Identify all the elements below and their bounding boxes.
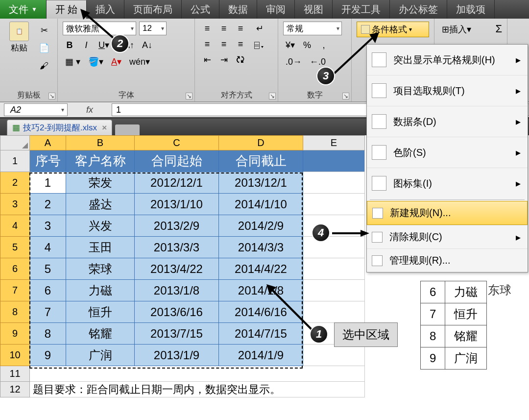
- row-header-2[interactable]: 2: [0, 172, 30, 194]
- shrink-font-icon[interactable]: A↓: [140, 38, 155, 52]
- cell-A7[interactable]: 6: [30, 280, 66, 301]
- cf-highlight-rules[interactable]: 突出显示单元格规则(H) ▸: [367, 45, 528, 75]
- cf-clear-rules[interactable]: 清除规则(C) ▸: [367, 225, 528, 248]
- cell-E3[interactable]: [303, 194, 365, 215]
- cell-C2[interactable]: 2012/12/1: [135, 172, 219, 194]
- cell-B3[interactable]: 盛达: [66, 194, 135, 215]
- cell-C4[interactable]: 2013/2/9: [135, 215, 219, 237]
- fill-color-icon[interactable]: 🪣▾: [86, 55, 106, 69]
- cell-C10[interactable]: 2013/1/9: [135, 345, 219, 366]
- cell-D4[interactable]: 2014/2/9: [219, 215, 303, 237]
- bold-icon[interactable]: B: [63, 38, 76, 52]
- cell-B10[interactable]: 广润: [66, 345, 135, 366]
- font-size-combo[interactable]: 12: [139, 22, 167, 35]
- row-header-11[interactable]: 11: [0, 366, 30, 382]
- cut-icon[interactable]: ✂: [36, 24, 52, 37]
- number-launcher-icon[interactable]: ↘: [342, 93, 349, 99]
- cell-D1[interactable]: 合同截止: [219, 150, 303, 172]
- tab-layout[interactable]: 页面布局: [124, 0, 182, 19]
- font-color-icon[interactable]: A▾: [109, 55, 124, 69]
- autosum-icon[interactable]: Σ: [495, 23, 502, 35]
- tab-data[interactable]: 数据: [219, 0, 257, 19]
- cell-E2[interactable]: [303, 172, 365, 194]
- cell-A12[interactable]: 题目要求：距合同截止日期一周内，数据突出显示。: [30, 382, 365, 397]
- align-top-right-icon[interactable]: ≡: [233, 22, 248, 35]
- align-mid-left-icon[interactable]: ≡: [200, 37, 215, 51]
- comma-icon[interactable]: ,: [317, 38, 331, 52]
- side-cell[interactable]: 6: [421, 281, 445, 303]
- align-mid-right-icon[interactable]: ≡: [233, 37, 248, 51]
- cf-databar[interactable]: 数据条(D) ▸: [367, 106, 528, 137]
- side-cell[interactable]: 铭耀: [445, 325, 487, 347]
- menu-file[interactable]: 文件 ▼: [0, 0, 47, 19]
- row-header-8[interactable]: 8: [0, 301, 30, 323]
- cell-A2[interactable]: 1: [30, 172, 66, 194]
- cell-C9[interactable]: 2013/7/15: [135, 323, 219, 345]
- cell-C3[interactable]: 2013/1/10: [135, 194, 219, 215]
- new-sheet-tab[interactable]: [115, 124, 140, 135]
- close-tab-icon[interactable]: ×: [102, 123, 107, 133]
- inc-decimal-icon[interactable]: .0→: [283, 55, 304, 69]
- cell-A4[interactable]: 3: [30, 215, 66, 237]
- cell-A3[interactable]: 2: [30, 194, 66, 215]
- indent-right-icon[interactable]: ⇥: [216, 53, 231, 67]
- side-cell[interactable]: 7: [421, 303, 445, 325]
- side-cell[interactable]: 8: [421, 325, 445, 347]
- paste-button[interactable]: 📋 粘贴: [5, 22, 33, 73]
- currency-icon[interactable]: ¥▾: [283, 38, 297, 52]
- select-all-corner[interactable]: [0, 136, 30, 150]
- indent-left-icon[interactable]: ⇤: [200, 53, 215, 67]
- border-icon[interactable]: ▦ ▾: [63, 55, 83, 69]
- row-header-4[interactable]: 4: [0, 215, 30, 237]
- cell-row11[interactable]: [30, 366, 365, 382]
- spreadsheet-grid[interactable]: A B C D E 1 序号 客户名称 合同起始 合同截止 2 1 荣发 201…: [0, 135, 365, 397]
- cf-iconset[interactable]: 图标集(I) ▸: [367, 168, 528, 198]
- tab-review[interactable]: 审阅: [257, 0, 295, 19]
- tab-view[interactable]: 视图: [295, 0, 333, 19]
- column-header-B[interactable]: B: [66, 136, 135, 150]
- row-header-1[interactable]: 1: [0, 150, 30, 172]
- cell-D10[interactable]: 2014/1/9: [219, 345, 303, 366]
- cell-A8[interactable]: 7: [30, 301, 66, 323]
- phonetic-icon[interactable]: wén▾: [127, 55, 152, 69]
- cell-C7[interactable]: 2013/1/8: [135, 280, 219, 301]
- column-header-E[interactable]: E: [303, 136, 365, 150]
- cell-D5[interactable]: 2014/3/3: [219, 237, 303, 258]
- cf-new-rule[interactable]: 新建规则(N)...: [367, 201, 528, 225]
- tab-addins[interactable]: 加载项: [447, 0, 495, 19]
- column-header-D[interactable]: D: [219, 136, 303, 150]
- name-box[interactable]: A2: [4, 103, 68, 116]
- fx-icon[interactable]: fx: [68, 105, 112, 115]
- align-mid-center-icon[interactable]: ≡: [216, 37, 231, 51]
- cell-B4[interactable]: 兴发: [66, 215, 135, 237]
- tab-dev[interactable]: 开发工具: [333, 0, 390, 19]
- cell-B1[interactable]: 客户名称: [66, 150, 135, 172]
- cell-B5[interactable]: 玉田: [66, 237, 135, 258]
- wrap-text-icon[interactable]: ↵: [252, 22, 267, 35]
- align-launcher-icon[interactable]: ↘: [269, 93, 276, 99]
- row-header-10[interactable]: 10: [0, 345, 30, 366]
- cell-E10[interactable]: [303, 345, 365, 366]
- cell-D2[interactable]: 2013/12/1: [219, 172, 303, 194]
- tab-office[interactable]: 办公标签: [390, 0, 447, 19]
- tab-formula[interactable]: 公式: [182, 0, 219, 19]
- cell-A1[interactable]: 序号: [30, 150, 66, 172]
- cell-B9[interactable]: 铭耀: [66, 323, 135, 345]
- row-header-7[interactable]: 7: [0, 280, 30, 301]
- row-header-9[interactable]: 9: [0, 323, 30, 345]
- cell-A9[interactable]: 8: [30, 323, 66, 345]
- cell-B8[interactable]: 恒升: [66, 301, 135, 323]
- cell-C8[interactable]: 2013/6/16: [135, 301, 219, 323]
- side-cell[interactable]: 9: [421, 347, 445, 370]
- row-header-5[interactable]: 5: [0, 237, 30, 258]
- cell-C6[interactable]: 2013/4/22: [135, 258, 219, 280]
- font-launcher-icon[interactable]: ↘: [186, 93, 192, 99]
- align-top-center-icon[interactable]: ≡: [216, 22, 231, 35]
- cell-E1[interactable]: [303, 150, 365, 172]
- cf-top-rules[interactable]: 项目选取规则(T) ▸: [367, 75, 528, 106]
- side-cell[interactable]: 广润: [445, 347, 487, 370]
- cell-D3[interactable]: 2014/1/10: [219, 194, 303, 215]
- copy-icon[interactable]: 📄: [36, 41, 52, 55]
- cell-B7[interactable]: 力磁: [66, 280, 135, 301]
- merge-icon[interactable]: ⌸▾: [252, 38, 267, 52]
